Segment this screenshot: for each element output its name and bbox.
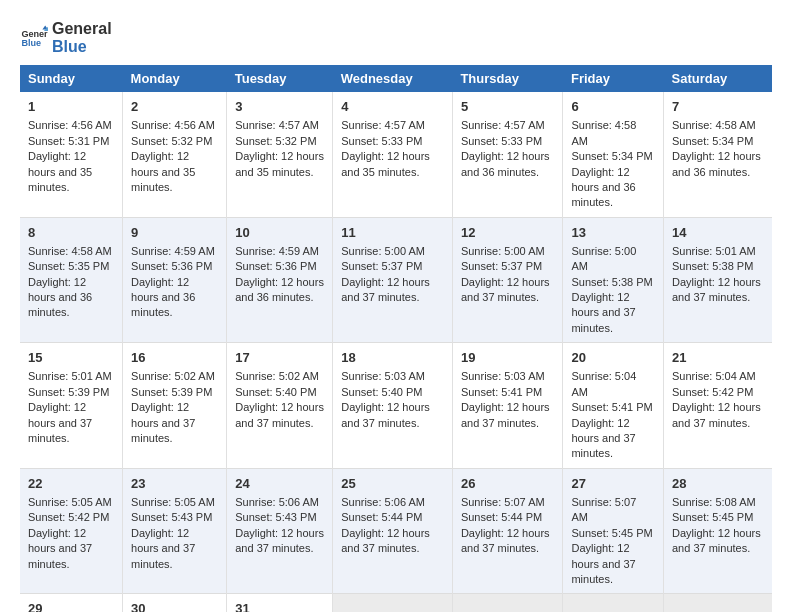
daylight-text: Daylight: 12 hours and 37 minutes. bbox=[341, 400, 444, 431]
day-number: 30 bbox=[131, 600, 218, 612]
svg-text:General: General bbox=[21, 28, 48, 38]
sunset-text: Sunset: 5:41 PM bbox=[571, 400, 655, 415]
sunset-text: Sunset: 5:33 PM bbox=[341, 134, 444, 149]
day-number: 17 bbox=[235, 349, 324, 367]
sunrise-text: Sunrise: 4:57 AM bbox=[461, 118, 555, 133]
sunset-text: Sunset: 5:37 PM bbox=[461, 259, 555, 274]
calendar-cell: 4Sunrise: 4:57 AMSunset: 5:33 PMDaylight… bbox=[333, 92, 453, 217]
day-number: 12 bbox=[461, 224, 555, 242]
day-number: 7 bbox=[672, 98, 764, 116]
header-monday: Monday bbox=[123, 65, 227, 92]
sunset-text: Sunset: 5:45 PM bbox=[571, 526, 655, 541]
sunrise-text: Sunrise: 4:57 AM bbox=[235, 118, 324, 133]
calendar-cell: 14Sunrise: 5:01 AMSunset: 5:38 PMDayligh… bbox=[664, 217, 773, 343]
daylight-text: Daylight: 12 hours and 37 minutes. bbox=[461, 526, 555, 557]
sunrise-text: Sunrise: 5:03 AM bbox=[341, 369, 444, 384]
calendar-cell: 27Sunrise: 5:07 AMSunset: 5:45 PMDayligh… bbox=[563, 468, 664, 594]
daylight-text: Daylight: 12 hours and 36 minutes. bbox=[235, 275, 324, 306]
calendar-cell: 20Sunrise: 5:04 AMSunset: 5:41 PMDayligh… bbox=[563, 343, 664, 469]
day-number: 22 bbox=[28, 475, 114, 493]
day-number: 18 bbox=[341, 349, 444, 367]
day-number: 8 bbox=[28, 224, 114, 242]
sunrise-text: Sunrise: 5:05 AM bbox=[28, 495, 114, 510]
sunrise-text: Sunrise: 5:04 AM bbox=[571, 369, 655, 400]
daylight-text: Daylight: 12 hours and 37 minutes. bbox=[28, 400, 114, 446]
daylight-text: Daylight: 12 hours and 36 minutes. bbox=[461, 149, 555, 180]
sunset-text: Sunset: 5:40 PM bbox=[341, 385, 444, 400]
calendar-cell: 12Sunrise: 5:00 AMSunset: 5:37 PMDayligh… bbox=[452, 217, 563, 343]
day-number: 24 bbox=[235, 475, 324, 493]
sunrise-text: Sunrise: 5:02 AM bbox=[131, 369, 218, 384]
calendar-cell bbox=[333, 594, 453, 612]
daylight-text: Daylight: 12 hours and 37 minutes. bbox=[461, 275, 555, 306]
sunrise-text: Sunrise: 4:59 AM bbox=[235, 244, 324, 259]
calendar-cell: 30Sunrise: 5:09 AMSunset: 5:46 PMDayligh… bbox=[123, 594, 227, 612]
day-number: 3 bbox=[235, 98, 324, 116]
day-number: 2 bbox=[131, 98, 218, 116]
sunrise-text: Sunrise: 5:04 AM bbox=[672, 369, 764, 384]
sunset-text: Sunset: 5:40 PM bbox=[235, 385, 324, 400]
day-number: 23 bbox=[131, 475, 218, 493]
calendar-cell: 5Sunrise: 4:57 AMSunset: 5:33 PMDaylight… bbox=[452, 92, 563, 217]
header-sunday: Sunday bbox=[20, 65, 123, 92]
sunrise-text: Sunrise: 4:58 AM bbox=[571, 118, 655, 149]
sunrise-text: Sunrise: 4:57 AM bbox=[341, 118, 444, 133]
calendar-cell: 19Sunrise: 5:03 AMSunset: 5:41 PMDayligh… bbox=[452, 343, 563, 469]
week-row-1: 1Sunrise: 4:56 AMSunset: 5:31 PMDaylight… bbox=[20, 92, 772, 217]
calendar-cell: 29Sunrise: 5:08 AMSunset: 5:45 PMDayligh… bbox=[20, 594, 123, 612]
day-number: 6 bbox=[571, 98, 655, 116]
calendar-cell: 24Sunrise: 5:06 AMSunset: 5:43 PMDayligh… bbox=[227, 468, 333, 594]
calendar-header-row: SundayMondayTuesdayWednesdayThursdayFrid… bbox=[20, 65, 772, 92]
daylight-text: Daylight: 12 hours and 37 minutes. bbox=[461, 400, 555, 431]
logo-icon: General Blue bbox=[20, 24, 48, 52]
header-saturday: Saturday bbox=[664, 65, 773, 92]
daylight-text: Daylight: 12 hours and 37 minutes. bbox=[341, 275, 444, 306]
calendar-cell: 9Sunrise: 4:59 AMSunset: 5:36 PMDaylight… bbox=[123, 217, 227, 343]
daylight-text: Daylight: 12 hours and 36 minutes. bbox=[131, 275, 218, 321]
calendar-cell bbox=[664, 594, 773, 612]
daylight-text: Daylight: 12 hours and 35 minutes. bbox=[235, 149, 324, 180]
week-row-5: 29Sunrise: 5:08 AMSunset: 5:45 PMDayligh… bbox=[20, 594, 772, 612]
day-number: 26 bbox=[461, 475, 555, 493]
header-tuesday: Tuesday bbox=[227, 65, 333, 92]
day-number: 5 bbox=[461, 98, 555, 116]
calendar-cell: 7Sunrise: 4:58 AMSunset: 5:34 PMDaylight… bbox=[664, 92, 773, 217]
daylight-text: Daylight: 12 hours and 36 minutes. bbox=[672, 149, 764, 180]
sunrise-text: Sunrise: 5:07 AM bbox=[571, 495, 655, 526]
sunset-text: Sunset: 5:32 PM bbox=[131, 134, 218, 149]
day-number: 27 bbox=[571, 475, 655, 493]
sunset-text: Sunset: 5:32 PM bbox=[235, 134, 324, 149]
sunset-text: Sunset: 5:44 PM bbox=[341, 510, 444, 525]
sunrise-text: Sunrise: 5:06 AM bbox=[341, 495, 444, 510]
sunrise-text: Sunrise: 5:08 AM bbox=[672, 495, 764, 510]
day-number: 14 bbox=[672, 224, 764, 242]
sunset-text: Sunset: 5:36 PM bbox=[235, 259, 324, 274]
calendar-cell: 11Sunrise: 5:00 AMSunset: 5:37 PMDayligh… bbox=[333, 217, 453, 343]
day-number: 31 bbox=[235, 600, 324, 612]
calendar-cell: 31Sunrise: 5:09 AMSunset: 5:46 PMDayligh… bbox=[227, 594, 333, 612]
daylight-text: Daylight: 12 hours and 35 minutes. bbox=[28, 149, 114, 195]
sunrise-text: Sunrise: 5:06 AM bbox=[235, 495, 324, 510]
logo: General Blue General Blue bbox=[20, 20, 112, 55]
calendar-cell: 23Sunrise: 5:05 AMSunset: 5:43 PMDayligh… bbox=[123, 468, 227, 594]
day-number: 28 bbox=[672, 475, 764, 493]
sunset-text: Sunset: 5:42 PM bbox=[672, 385, 764, 400]
header-thursday: Thursday bbox=[452, 65, 563, 92]
sunset-text: Sunset: 5:31 PM bbox=[28, 134, 114, 149]
sunset-text: Sunset: 5:39 PM bbox=[131, 385, 218, 400]
day-number: 4 bbox=[341, 98, 444, 116]
sunrise-text: Sunrise: 5:07 AM bbox=[461, 495, 555, 510]
sunrise-text: Sunrise: 5:00 AM bbox=[461, 244, 555, 259]
sunset-text: Sunset: 5:34 PM bbox=[571, 149, 655, 164]
calendar-cell: 21Sunrise: 5:04 AMSunset: 5:42 PMDayligh… bbox=[664, 343, 773, 469]
sunrise-text: Sunrise: 5:05 AM bbox=[131, 495, 218, 510]
sunset-text: Sunset: 5:44 PM bbox=[461, 510, 555, 525]
daylight-text: Daylight: 12 hours and 37 minutes. bbox=[571, 416, 655, 462]
daylight-text: Daylight: 12 hours and 37 minutes. bbox=[235, 526, 324, 557]
day-number: 25 bbox=[341, 475, 444, 493]
calendar-cell bbox=[563, 594, 664, 612]
calendar-cell: 28Sunrise: 5:08 AMSunset: 5:45 PMDayligh… bbox=[664, 468, 773, 594]
calendar-cell: 10Sunrise: 4:59 AMSunset: 5:36 PMDayligh… bbox=[227, 217, 333, 343]
daylight-text: Daylight: 12 hours and 37 minutes. bbox=[131, 526, 218, 572]
sunset-text: Sunset: 5:35 PM bbox=[28, 259, 114, 274]
